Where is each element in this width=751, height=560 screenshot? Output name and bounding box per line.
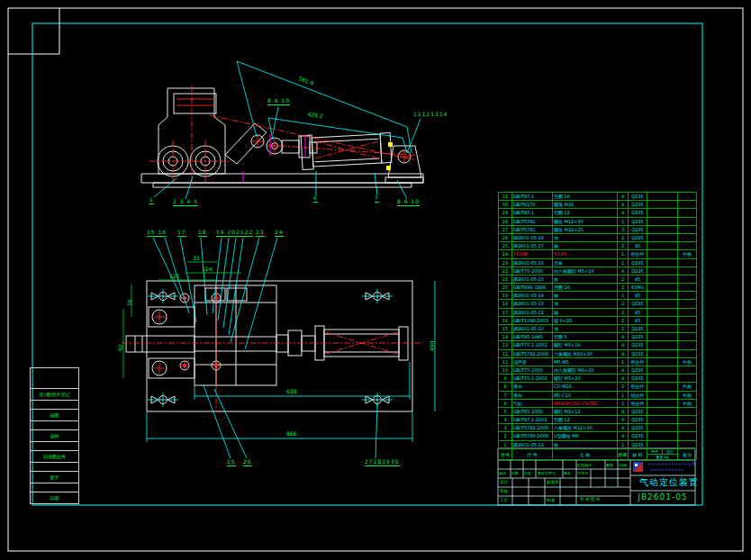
bom-row: 15JB2601-05-10块2Q235 xyxy=(499,324,696,332)
part-balloon-label: 23 xyxy=(256,230,265,237)
margin-field-label: 描校 xyxy=(31,429,78,441)
part-balloon-label: 8 9 10 xyxy=(397,199,420,206)
bom-row: 8接头CD-M102组合件外购 xyxy=(499,382,696,390)
part-balloon-label: 7 xyxy=(375,195,379,203)
title-block-label: 阶段标记 xyxy=(577,463,592,468)
bom-row: 23JB2601-05-16压板1Q235 xyxy=(499,258,696,266)
company-name-line1: ××××××××××××公司 xyxy=(647,462,696,466)
title-block-label: 共 张 第 张 xyxy=(580,497,600,502)
title-block-label: 分区 xyxy=(524,471,531,476)
margin-field-strip: 借(通)用件登记描图描校旧底图总号签字日期 xyxy=(30,367,79,504)
bom-row: 20GB/T896-1986挡圈 16265Mn xyxy=(499,283,696,291)
bom-row: 11消声器M5-M51组合件外购 xyxy=(499,357,696,366)
part-balloon-label: 1 xyxy=(149,197,154,204)
bom-row: 9GB/T70.1-2002螺钉 M5×204Q235 xyxy=(499,374,696,382)
bom-row: 5GB/T65-2000螺钉 M2×128Q235 xyxy=(499,407,696,415)
dimension-label: 92 xyxy=(118,344,123,351)
bom-row: 18JB2601-05-13块2Q235 xyxy=(499,299,696,307)
title-block-label: 审核 xyxy=(500,489,508,494)
bom-row: 17JB2601-05-12轴245 xyxy=(499,308,696,316)
plan-view-geometry xyxy=(126,281,412,411)
part-balloon-label: 18 xyxy=(198,230,207,237)
bom-row: 13GB/T70.1-2002螺钉 M5×164Q235 xyxy=(499,340,696,348)
dimension-label: 33 xyxy=(193,256,200,261)
margin-field-blank xyxy=(31,462,78,471)
bom-row: 27GB/T5781螺栓 M12×253Q235 xyxy=(499,225,696,233)
dimension-label: 638 xyxy=(286,389,296,394)
plan-view-dim-lines xyxy=(147,238,435,458)
bom-row: 3GB/T5782-2000六角螺栓 M12×304Q235 xyxy=(499,423,696,431)
dimension-label: 121 xyxy=(169,274,179,279)
margin-field-label: 签字 xyxy=(31,471,78,483)
bom-row: 22GB/T70-2000内六角螺钉 M5×164Q235 xyxy=(499,266,696,275)
bom-row: 21JB2601-05-15板245 xyxy=(499,275,696,283)
bom-row: 4GB/T97.1-2002垫圈 128Q235 xyxy=(499,415,696,423)
dimension-label: 36 xyxy=(127,299,132,306)
dimension-label: 490 xyxy=(430,341,435,351)
part-balloon-label: 27282930 xyxy=(365,459,400,466)
margin-field-blank xyxy=(31,420,78,429)
bom-row: 30GB/T6170螺母 M164Q235 xyxy=(499,200,696,208)
margin-field-label: 借(通)用件登记 xyxy=(31,388,78,400)
part-balloon-label: 15 16 xyxy=(147,230,167,237)
dimension-label: 124 xyxy=(202,266,212,272)
bom-row: 19JB2601-05-14轴145 xyxy=(499,291,696,299)
bom-row: 29GB/T97.1垫圈 124Q235 xyxy=(499,208,696,216)
bom-row: 2GB/T5780-2000U型螺栓 M64Q235 xyxy=(499,431,696,439)
part-balloon-label: 6 xyxy=(313,195,318,203)
bom-row: 14GB/T95-1985垫圈 54Q235 xyxy=(499,332,696,340)
bom-row: 7接头M5-C101组合件外购 xyxy=(499,391,696,399)
bom-row: 26JB2601-05-18块2Q235 xyxy=(499,233,696,241)
margin-field-blank xyxy=(31,483,78,492)
part-balloon-label: 25 xyxy=(227,459,236,466)
part-balloon-label: 11121314 xyxy=(413,112,448,117)
bom-table: 31GB/T97.1垫圈 164Q23530GB/T6170螺母 M164Q23… xyxy=(498,192,697,460)
bom-row: 31GB/T97.1垫圈 164Q235 xyxy=(499,192,696,200)
title-block-label: 处数 xyxy=(511,471,519,476)
side-view-dim-lines xyxy=(154,61,421,199)
part-balloon-label: 8 9 10 xyxy=(267,98,290,105)
bom-row: 25JB2601-05-17轴245 xyxy=(499,241,696,249)
title-block-label: 更改文件号 xyxy=(538,471,556,476)
bom-row: 6气缸MA40H-150-CA-T8C1组合件外购 xyxy=(499,399,696,407)
title-block-label: 标准化 xyxy=(547,480,559,485)
part-balloon-label: 19 202122 xyxy=(216,230,253,237)
margin-field-label: 日期 xyxy=(31,492,78,503)
dimension-label: 866 xyxy=(286,431,296,437)
title-block-label: 比例 xyxy=(620,463,627,468)
bom-row: 12GB/T5782-2000六角螺栓 M10×304Q235 xyxy=(499,349,696,357)
part-balloon-label: 17 xyxy=(177,230,186,237)
cad-drawing-sheet: 31GB/T97.1垫圈 164Q23530GB/T6170螺母 M164Q23… xyxy=(0,0,751,560)
bom-row: 24Y100BY-1001组合件外购 xyxy=(499,249,696,257)
drawing-title: 气动定位装置 xyxy=(639,477,695,488)
part-balloon-label: 26 xyxy=(243,459,252,466)
bom-row: 28GB/T5781螺栓 M12×301Q235 xyxy=(499,217,696,225)
bom-row: 16GB/T1096-2003键 6×25245 xyxy=(499,316,696,324)
title-block-label: 批准 xyxy=(547,498,555,503)
part-balloon-label: 24 xyxy=(275,230,284,237)
title-block-label: 年月日 xyxy=(577,471,588,476)
part-balloon-label: 2 3 4 5 xyxy=(173,199,198,206)
margin-field-label: 描图 xyxy=(31,409,78,420)
title-block-label: 标记 xyxy=(499,471,506,476)
margin-field-blank xyxy=(31,368,78,388)
margin-field-blank xyxy=(31,400,78,409)
title-block-label: 签名 xyxy=(564,471,571,476)
margin-field-blank xyxy=(31,441,78,450)
bom-row: 10GB/T70-2000内六角螺钉 M6×204Q235 xyxy=(499,366,696,374)
title-block-label: 设计 xyxy=(500,480,508,485)
bom-row: 1JB2601-05-11板1Q235 xyxy=(499,440,696,448)
company-logo-icon xyxy=(633,462,643,472)
company-name-line2: ××××××××××× xyxy=(650,467,683,472)
drawing-number: JB2601-05 xyxy=(630,492,695,502)
title-block-label: 重量 xyxy=(606,463,613,468)
bom-header-row: 序号代 号名 称数量材 料单件总计重量 kg备注 xyxy=(499,448,696,460)
margin-field-label: 旧底图总号 xyxy=(31,450,78,462)
title-block-label: 工艺 xyxy=(500,498,508,503)
